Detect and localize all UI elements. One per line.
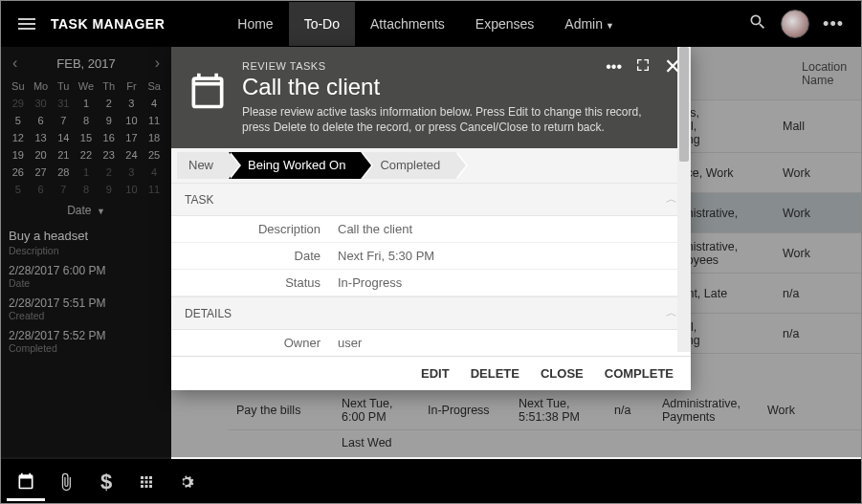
delete-button[interactable]: DELETE — [471, 366, 519, 381]
complete-button[interactable]: COMPLETE — [605, 366, 674, 381]
attachment-icon[interactable] — [47, 463, 85, 501]
search-icon[interactable] — [748, 12, 767, 35]
field-description: Description Call the client — [171, 216, 691, 243]
nav-todo[interactable]: To-Do — [289, 2, 355, 46]
section-details[interactable]: DETAILS ︿ — [171, 296, 691, 330]
task-modal: ••• ✕ REVIEW TASKS Call the client Pleas… — [171, 47, 691, 390]
field-owner: Owner user — [171, 330, 691, 356]
nav-admin[interactable]: Admin▼ — [549, 2, 630, 46]
nav-attachments[interactable]: Attachments — [355, 2, 460, 46]
nav-expenses[interactable]: Expenses — [460, 2, 549, 46]
top-bar: TASK MANAGER Home To-Do Attachments Expe… — [1, 1, 861, 47]
section-task[interactable]: TASK ︿ — [171, 183, 691, 216]
chevron-up-icon[interactable]: ︿ — [666, 305, 677, 321]
modal-eyebrow: REVIEW TASKS — [242, 60, 653, 72]
close-button[interactable]: CLOSE — [541, 366, 584, 381]
field-status: Status In-Progress — [171, 270, 691, 296]
status-breadcrumb: New Being Worked On Completed — [171, 148, 691, 183]
bottom-bar: $ — [1, 459, 861, 504]
menu-icon[interactable] — [11, 11, 43, 37]
settings-icon[interactable] — [167, 463, 206, 501]
calendar-icon — [187, 70, 229, 112]
expenses-icon[interactable]: $ — [87, 463, 125, 501]
step-working[interactable]: Being Worked On — [229, 152, 361, 179]
modal-scrollbar[interactable] — [677, 47, 691, 352]
app-title: TASK MANAGER — [51, 16, 165, 32]
modal-title: Call the client — [242, 74, 653, 100]
modal-description: Please review active tasks information b… — [242, 104, 653, 135]
nav-home[interactable]: Home — [222, 2, 288, 46]
more-icon[interactable]: ••• — [823, 14, 844, 34]
main-nav: Home To-Do Attachments Expenses Admin▼ — [222, 2, 630, 46]
chevron-up-icon[interactable]: ︿ — [666, 191, 677, 208]
step-completed[interactable]: Completed — [361, 152, 455, 179]
field-date: Date Next Fri, 5:30 PM — [171, 243, 691, 270]
modal-more-icon[interactable]: ••• — [606, 58, 622, 76]
modal-actions: EDIT DELETE CLOSE COMPLETE — [171, 356, 691, 390]
fullscreen-icon[interactable] — [635, 57, 651, 77]
calendar-view-icon[interactable] — [7, 463, 45, 501]
step-new[interactable]: New — [177, 152, 229, 179]
apps-icon[interactable] — [127, 463, 166, 501]
avatar[interactable] — [781, 10, 809, 38]
edit-button[interactable]: EDIT — [421, 366, 450, 381]
